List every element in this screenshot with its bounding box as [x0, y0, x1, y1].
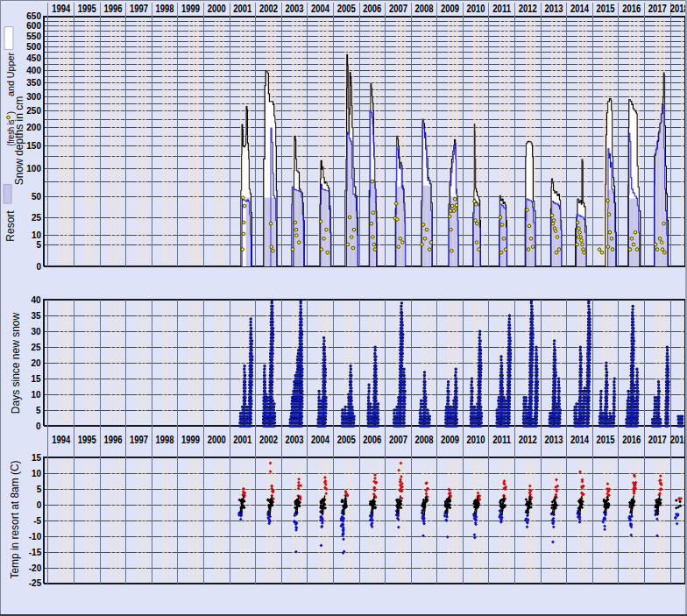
- svg-text:500: 500: [26, 42, 41, 52]
- svg-text:0: 0: [36, 262, 41, 272]
- svg-text:1997: 1997: [130, 3, 148, 15]
- svg-text:2013: 2013: [544, 434, 563, 446]
- svg-text:2011: 2011: [492, 434, 511, 446]
- svg-text:2009: 2009: [441, 3, 459, 15]
- svg-text:1994: 1994: [52, 434, 70, 446]
- svg-text:400: 400: [26, 66, 41, 75]
- svg-text:-15: -15: [29, 548, 42, 557]
- svg-text:10: 10: [32, 469, 42, 478]
- svg-text:2017: 2017: [648, 3, 667, 15]
- svg-text:Temp in resort at 8am (C): Temp in resort at 8am (C): [9, 461, 21, 579]
- svg-text:25: 25: [32, 213, 42, 223]
- svg-text:Snow depths in cm: Snow depths in cm: [13, 96, 25, 185]
- svg-text:10: 10: [32, 230, 42, 240]
- svg-text:2002: 2002: [259, 3, 278, 15]
- svg-text:2018: 2018: [670, 3, 687, 15]
- svg-text:150: 150: [26, 141, 41, 151]
- svg-text:40: 40: [31, 295, 41, 305]
- svg-text:0: 0: [36, 421, 41, 431]
- svg-text:1999: 1999: [181, 434, 200, 446]
- svg-text:15: 15: [32, 453, 42, 463]
- svg-text:2012: 2012: [519, 434, 537, 446]
- svg-text:2013: 2013: [544, 3, 563, 15]
- svg-text:50: 50: [32, 192, 42, 202]
- svg-text:2003: 2003: [286, 3, 304, 15]
- svg-text:-10: -10: [29, 532, 42, 542]
- svg-text:100: 100: [26, 164, 41, 173]
- svg-text:2009: 2009: [441, 434, 459, 446]
- svg-text:650: 650: [26, 11, 41, 21]
- svg-text:2006: 2006: [363, 3, 381, 15]
- svg-text:2004: 2004: [311, 3, 329, 15]
- svg-text:10: 10: [31, 390, 41, 400]
- svg-text:2006: 2006: [363, 434, 381, 446]
- svg-text:2017: 2017: [648, 434, 667, 446]
- svg-text:2001: 2001: [233, 3, 251, 15]
- svg-text:0: 0: [37, 500, 42, 510]
- svg-text:1997: 1997: [130, 434, 148, 446]
- svg-text:1998: 1998: [156, 434, 174, 446]
- svg-text:1995: 1995: [78, 434, 96, 446]
- svg-text:450: 450: [26, 53, 41, 63]
- svg-text:-20: -20: [29, 563, 42, 573]
- svg-text:20: 20: [31, 358, 41, 368]
- svg-text:2018: 2018: [670, 434, 687, 446]
- svg-text:2007: 2007: [389, 434, 407, 446]
- svg-text:600: 600: [26, 21, 41, 31]
- svg-text:2015: 2015: [597, 434, 615, 446]
- svg-text:2003: 2003: [286, 434, 304, 446]
- svg-text:-25: -25: [29, 578, 42, 588]
- svg-text:2008: 2008: [415, 434, 434, 446]
- svg-text:350: 350: [26, 78, 41, 88]
- svg-text:2000: 2000: [208, 3, 226, 15]
- svg-text:2002: 2002: [259, 434, 278, 446]
- svg-text:-5: -5: [33, 516, 41, 526]
- svg-text:2008: 2008: [415, 3, 434, 15]
- svg-text:2005: 2005: [337, 3, 356, 15]
- svg-text:5: 5: [36, 240, 41, 250]
- svg-text:550: 550: [26, 32, 41, 41]
- svg-text:2007: 2007: [389, 3, 407, 15]
- svg-text:250: 250: [26, 106, 41, 116]
- svg-text:2000: 2000: [208, 434, 226, 446]
- svg-text:35: 35: [31, 311, 41, 321]
- svg-text:1996: 1996: [103, 434, 122, 446]
- svg-text:1998: 1998: [156, 3, 174, 15]
- svg-text:2014: 2014: [570, 434, 589, 446]
- svg-text:2014: 2014: [570, 3, 589, 15]
- svg-text:Days since new snow: Days since new snow: [10, 312, 22, 414]
- svg-text:Resort: Resort: [4, 210, 17, 242]
- svg-text:2016: 2016: [622, 3, 641, 15]
- svg-text:1996: 1996: [103, 3, 122, 15]
- svg-text:5: 5: [37, 485, 42, 494]
- svg-text:2004: 2004: [311, 434, 329, 446]
- svg-text:2015: 2015: [597, 3, 615, 15]
- svg-text:30: 30: [31, 327, 41, 336]
- svg-text:300: 300: [26, 92, 41, 102]
- svg-text:2011: 2011: [492, 3, 511, 15]
- svg-text:1995: 1995: [78, 3, 96, 15]
- svg-text:200: 200: [26, 123, 41, 132]
- svg-text:1999: 1999: [181, 3, 200, 15]
- svg-text:15: 15: [31, 374, 41, 384]
- svg-text:5: 5: [36, 406, 41, 415]
- svg-text:2012: 2012: [519, 3, 537, 15]
- svg-text:2005: 2005: [337, 434, 356, 446]
- svg-text:2016: 2016: [622, 434, 641, 446]
- svg-text:and Upper: and Upper: [5, 53, 16, 96]
- svg-text:2001: 2001: [233, 434, 251, 446]
- svg-text:25: 25: [31, 343, 41, 352]
- svg-text:2010: 2010: [467, 3, 485, 15]
- svg-text:2010: 2010: [467, 434, 485, 446]
- svg-text:1994: 1994: [52, 3, 70, 15]
